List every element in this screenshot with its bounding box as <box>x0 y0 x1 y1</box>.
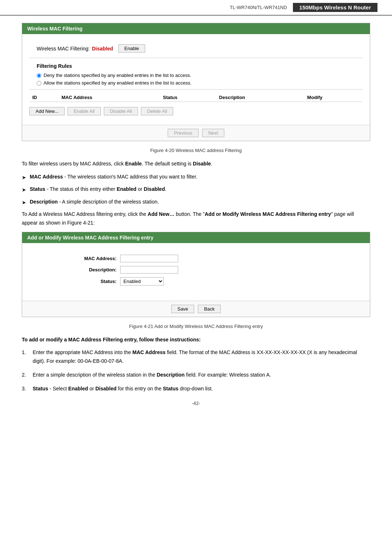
form-row-status: Status: Enabled Disabled <box>58 277 363 286</box>
bullet-status-text: Status - The status of this entry either… <box>30 185 166 193</box>
bullet-mac-address: ➤ MAC Address - The wireless station's M… <box>22 173 370 181</box>
bullet-description: ➤ Description - A simple description of … <box>22 198 370 206</box>
page-header: TL-WR740N/TL-WR741ND 150Mbps Wireless N … <box>0 0 392 16</box>
panel2-body: MAC Address: Description: Status: Enable… <box>22 243 370 301</box>
description-label: Description: <box>58 267 117 272</box>
instruction-2: 2. Enter a simple description of the wir… <box>22 371 370 379</box>
radio-deny-option[interactable]: Deny the stations specified by any enabl… <box>37 73 363 78</box>
next-button[interactable]: Next <box>202 129 224 137</box>
bullet-mac-text: MAC Address - The wireless station's MAC… <box>30 173 197 181</box>
enable-all-button[interactable]: Enable All <box>68 107 101 115</box>
radio-deny[interactable] <box>37 73 41 78</box>
enable-button[interactable]: Enable <box>118 44 145 53</box>
instructions-list: 1. Enter the appropriate MAC Address int… <box>22 348 370 393</box>
mac-filter-status-row: Wireless MAC Filtering: Disabled Enable <box>29 41 363 56</box>
instruction-3-text: Status - Select Enabled or Disabled for … <box>33 385 213 393</box>
divider2 <box>29 89 363 90</box>
filtering-rules-section: Filtering Rules Deny the stations specif… <box>29 59 363 86</box>
bullet-list: ➤ MAC Address - The wireless station's M… <box>22 173 370 206</box>
col-id: ID <box>29 93 58 102</box>
filtering-rules-title: Filtering Rules <box>37 63 363 69</box>
status-select[interactable]: Enabled Disabled <box>120 277 164 286</box>
mac-filter-table: ID MAC Address Status Description Modify <box>29 93 363 102</box>
num-1: 1. <box>22 348 33 357</box>
instructions-title: To add or modify a MAC Address Filtering… <box>22 336 370 344</box>
wireless-mac-filtering-panel: Wireless MAC Filtering Wireless MAC Filt… <box>22 23 370 141</box>
instruction-1-text: Enter the appropriate MAC Address into t… <box>33 348 370 366</box>
instruction-2-text: Enter a simple description of the wirele… <box>33 371 271 379</box>
radio-allow[interactable] <box>37 81 41 86</box>
mac-address-input[interactable] <box>120 255 178 262</box>
save-button[interactable]: Save <box>171 305 195 313</box>
previous-button[interactable]: Previous <box>168 129 199 137</box>
bullet-desc-text: Description - A simple description of th… <box>30 198 159 206</box>
instruction-3: 3. Status - Select Enabled or Disabled f… <box>22 385 370 393</box>
mac-address-label: MAC Address: <box>58 256 117 261</box>
table-header-row: ID MAC Address Status Description Modify <box>29 93 363 102</box>
page-number: -42- <box>22 401 370 406</box>
disable-all-button[interactable]: Disable All <box>104 107 138 115</box>
panel2-footer: Save Back <box>22 301 370 317</box>
col-description: Description <box>216 93 305 102</box>
bullet-status: ➤ Status - The status of this entry eith… <box>22 185 370 194</box>
panel2-header: Add or Modify Wireless MAC Address Filte… <box>22 232 370 243</box>
description-input[interactable] <box>120 266 178 274</box>
instruction-1: 1. Enter the appropriate MAC Address int… <box>22 348 370 366</box>
main-content: Wireless MAC Filtering Wireless MAC Filt… <box>0 23 392 420</box>
form-container: MAC Address: Description: Status: Enable… <box>29 250 363 294</box>
divider1 <box>29 58 363 58</box>
mac-filter-status-value: Disabled <box>92 46 113 52</box>
status-form-label: Status: <box>58 279 117 284</box>
model-text: TL-WR740N/TL-WR741ND <box>230 5 287 10</box>
num-3: 3. <box>22 385 33 393</box>
panel1-body: Wireless MAC Filtering: Disabled Enable … <box>22 34 370 125</box>
figure1-caption: Figure 4-20 Wireless MAC address Filteri… <box>22 148 370 153</box>
body-text-1: To filter wireless users by MAC Address,… <box>22 160 370 168</box>
col-mac: MAC Address <box>58 93 160 102</box>
delete-all-button[interactable]: Delete All <box>141 107 173 115</box>
radio-allow-label: Allow the stations specified by any enab… <box>44 80 192 86</box>
form-row-desc: Description: <box>58 266 363 274</box>
radio-allow-option[interactable]: Allow the stations specified by any enab… <box>37 80 363 86</box>
bullet-arrow-2: ➤ <box>22 186 26 194</box>
table-actions: Add New... Enable All Disable All Delete… <box>29 107 363 115</box>
add-new-button[interactable]: Add New... <box>29 107 65 115</box>
body-text-2: To Add a Wireless MAC Address filtering … <box>22 210 370 227</box>
radio-deny-label: Deny the stations specified by any enabl… <box>44 73 191 78</box>
bullet-arrow-1: ➤ <box>22 173 26 181</box>
bullet-arrow-3: ➤ <box>22 198 26 206</box>
col-modify: Modify <box>304 93 363 102</box>
back-button[interactable]: Back <box>198 305 221 313</box>
mac-filter-status-label: Wireless MAC Filtering: <box>37 46 90 52</box>
col-status: Status <box>160 93 216 102</box>
panel1-header: Wireless MAC Filtering <box>22 23 370 34</box>
figure2-caption: Figure 4-21 Add or Modify Wireless MAC A… <box>22 324 370 329</box>
num-2: 2. <box>22 371 33 379</box>
panel1-footer: Previous Next <box>22 125 370 141</box>
add-modify-panel: Add or Modify Wireless MAC Address Filte… <box>22 232 370 317</box>
header-title: 150Mbps Wireless N Router <box>293 3 377 12</box>
form-row-mac: MAC Address: <box>58 255 363 262</box>
